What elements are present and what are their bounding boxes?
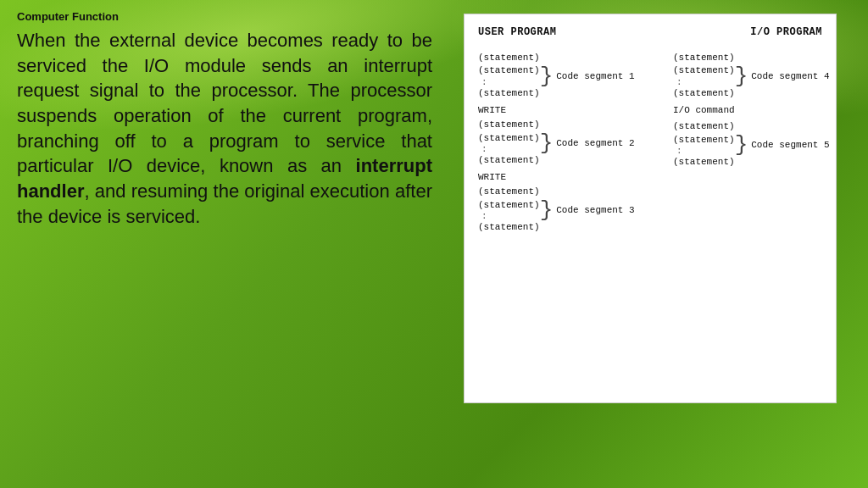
slide-title: Computer Function: [17, 10, 432, 23]
seg5-group: (statement) (statement) : (statement) } …: [673, 120, 830, 169]
seg2-label: Code segment 2: [556, 138, 634, 148]
stmt-1a: (statement): [478, 52, 540, 64]
dots-5: :: [676, 147, 735, 156]
brace-2: }: [540, 132, 554, 154]
seg4-group: (statement) (statement) : (statement) } …: [673, 52, 830, 100]
user-program-col: (statement) (statement) : (statement) } …: [478, 52, 665, 240]
dots-3: :: [481, 212, 540, 221]
stmt-4b: (statement): [673, 64, 735, 77]
dots-2: :: [481, 145, 540, 154]
stmt-4c: (statement): [673, 87, 735, 100]
brace-4: }: [735, 65, 748, 87]
seg5-label: Code segment 5: [751, 140, 829, 150]
brace-5: }: [735, 134, 748, 156]
io-program-label: I/O PROGRAM: [750, 26, 822, 38]
seg1-label: Code segment 1: [556, 71, 634, 81]
slide-content: Computer Function When the external devi…: [0, 0, 868, 488]
io-program-col: (statement) (statement) : (statement) } …: [665, 52, 830, 240]
stmt-3b: (statement): [478, 199, 540, 212]
seg3-group: (statement) (statement) : (statement) } …: [478, 186, 665, 234]
write-label-2: WRITE: [478, 172, 665, 182]
dots-1: :: [481, 78, 540, 87]
seg1-group: (statement) (statement) : (statement) } …: [478, 52, 665, 100]
stmt-2c: (statement): [478, 154, 540, 167]
write-label-1: WRITE: [478, 105, 665, 115]
stmt-3c: (statement): [478, 221, 540, 234]
io-command-label: I/O command: [673, 105, 830, 115]
brace-3: }: [540, 199, 554, 221]
user-program-label: USER PROGRAM: [478, 26, 556, 38]
right-panel: USER PROGRAM I/O PROGRAM (statement) (st…: [449, 10, 851, 478]
slide-body: When the external device becomes ready t…: [17, 28, 432, 230]
stmt-5b: (statement): [673, 134, 735, 147]
seg2-group: (statement) (statement) : (statement) } …: [478, 119, 665, 167]
stmt-1c: (statement): [478, 87, 540, 100]
stmt-5c: (statement): [673, 156, 735, 169]
seg3-label: Code segment 3: [556, 205, 634, 215]
dots-4: :: [676, 78, 735, 87]
brace-1: }: [540, 65, 554, 87]
stmt-2a: (statement): [478, 119, 540, 131]
stmt-2b: (statement): [478, 132, 540, 145]
stmt-5a: (statement): [673, 120, 735, 133]
left-panel: Computer Function When the external devi…: [17, 10, 432, 478]
stmt-3a: (statement): [478, 186, 540, 198]
seg4-label: Code segment 4: [751, 71, 829, 81]
diagram-box: USER PROGRAM I/O PROGRAM (statement) (st…: [464, 14, 837, 403]
stmt-1b: (statement): [478, 64, 540, 77]
stmt-4a: (statement): [673, 52, 735, 64]
